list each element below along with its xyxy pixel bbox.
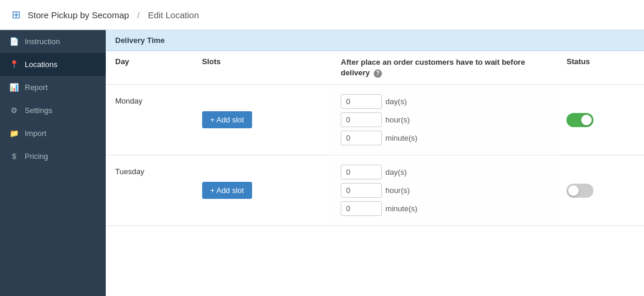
sidebar-item-locations[interactable]: 📍 Locations xyxy=(0,53,106,76)
col-header-slots: Slots xyxy=(193,51,331,85)
slots-cell-monday: + Add slot xyxy=(193,85,331,155)
delivery-input-day-tuesday[interactable] xyxy=(341,165,382,179)
toggle-track xyxy=(566,113,593,127)
table-row: Monday+ Add slotday(s)hour(s)minute(s) xyxy=(106,85,644,155)
page-title: Edit Location xyxy=(148,10,199,20)
delivery-input-row-hour: hour(s) xyxy=(341,112,548,127)
delivery-input-hour-tuesday[interactable] xyxy=(341,183,382,198)
pricing-icon: $ xyxy=(9,152,19,161)
sidebar-item-settings[interactable]: ⚙ Settings xyxy=(0,99,106,122)
breadcrumb-separator: / xyxy=(137,10,140,20)
sidebar-item-import[interactable]: 📁 Import xyxy=(0,122,106,145)
sidebar-item-report[interactable]: 📊 Report xyxy=(0,76,106,99)
help-icon[interactable]: ? xyxy=(374,69,382,78)
delivery-cell-tuesday: day(s)hour(s)minute(s) xyxy=(331,155,557,226)
unit-label-hour: hour(s) xyxy=(385,115,410,124)
col-header-delivery: After place an order customers have to w… xyxy=(331,51,557,85)
unit-label-day: day(s) xyxy=(385,168,407,177)
main-layout: 📄 Instruction 📍 Locations 📊 Report ⚙ Set… xyxy=(0,30,644,296)
status-toggle-monday[interactable] xyxy=(566,113,593,127)
unit-label-hour: hour(s) xyxy=(385,186,410,195)
toggle-thumb xyxy=(568,185,579,196)
add-slot-button-tuesday[interactable]: + Add slot xyxy=(202,182,252,199)
sidebar-label-import: Import xyxy=(25,129,46,138)
delivery-input-minute-monday[interactable] xyxy=(341,131,382,145)
delivery-input-hour-monday[interactable] xyxy=(341,112,382,127)
col-header-status: Status xyxy=(557,51,644,85)
top-bar: ⊞ Store Pickup by Secomap / Edit Locatio… xyxy=(0,0,644,30)
sidebar-item-instruction[interactable]: 📄 Instruction xyxy=(0,30,106,53)
app-icon: ⊞ xyxy=(12,8,21,21)
day-cell-monday: Monday xyxy=(106,85,193,155)
slots-cell-tuesday: + Add slot xyxy=(193,155,331,226)
sidebar-label-instruction: Instruction xyxy=(25,37,60,46)
delivery-cell-monday: day(s)hour(s)minute(s) xyxy=(331,85,557,155)
delivery-input-row-day: day(s) xyxy=(341,165,548,179)
delivery-input-row-day: day(s) xyxy=(341,94,548,109)
sidebar-label-locations: Locations xyxy=(25,60,58,69)
delivery-input-day-monday[interactable] xyxy=(341,94,382,109)
content-area: Delivery Time Day Slots After place an o… xyxy=(106,30,644,296)
delivery-input-row-minute: minute(s) xyxy=(341,131,548,145)
sidebar-label-settings: Settings xyxy=(25,106,52,115)
instruction-icon: 📄 xyxy=(9,37,19,46)
sidebar-label-report: Report xyxy=(25,83,48,92)
unit-label-minute: minute(s) xyxy=(385,134,417,142)
delivery-inputs: day(s)hour(s)minute(s) xyxy=(341,94,548,145)
delivery-input-row-hour: hour(s) xyxy=(341,183,548,198)
delivery-time-table: Day Slots After place an order customers… xyxy=(106,51,644,226)
sidebar-item-pricing[interactable]: $ Pricing xyxy=(0,145,106,168)
report-icon: 📊 xyxy=(9,83,19,92)
status-cell-tuesday xyxy=(557,155,644,226)
sidebar-label-pricing: Pricing xyxy=(25,152,48,161)
toggle-track xyxy=(566,184,593,198)
delivery-input-minute-tuesday[interactable] xyxy=(341,201,382,216)
unit-label-day: day(s) xyxy=(385,97,407,106)
app-name: Store Pickup by Secomap xyxy=(28,10,129,20)
import-icon: 📁 xyxy=(9,129,19,138)
unit-label-minute: minute(s) xyxy=(385,204,417,213)
section-title: Delivery Time xyxy=(115,36,165,45)
locations-icon: 📍 xyxy=(9,60,19,69)
add-slot-button-monday[interactable]: + Add slot xyxy=(202,111,252,128)
delivery-inputs: day(s)hour(s)minute(s) xyxy=(341,165,548,216)
section-header: Delivery Time xyxy=(106,30,644,51)
settings-icon: ⚙ xyxy=(9,106,19,115)
toggle-thumb xyxy=(581,115,592,125)
status-cell-monday xyxy=(557,85,644,155)
delivery-col-text: After place an order customers have to w… xyxy=(341,58,525,77)
day-cell-tuesday: Tuesday xyxy=(106,155,193,226)
table-row: Tuesday+ Add slotday(s)hour(s)minute(s) xyxy=(106,155,644,226)
col-header-day: Day xyxy=(106,51,193,85)
status-toggle-tuesday[interactable] xyxy=(566,184,593,198)
sidebar: 📄 Instruction 📍 Locations 📊 Report ⚙ Set… xyxy=(0,30,106,296)
delivery-input-row-minute: minute(s) xyxy=(341,201,548,216)
